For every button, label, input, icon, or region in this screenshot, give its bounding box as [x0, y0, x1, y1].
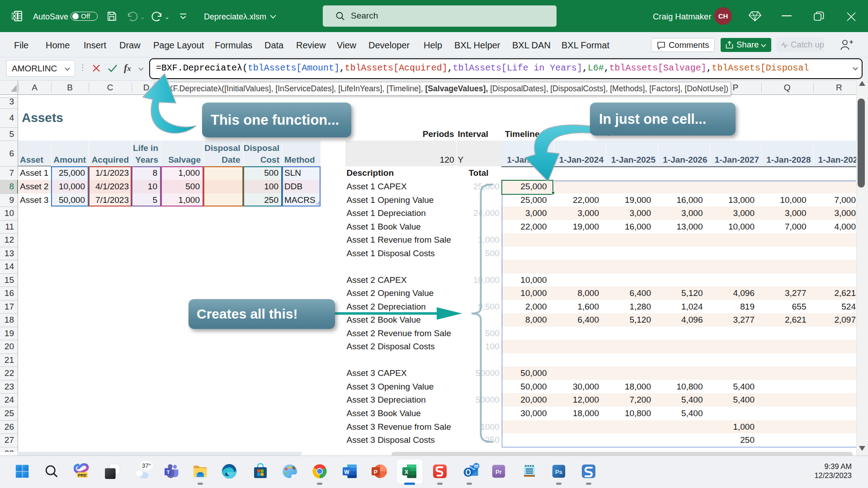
svg-text:P: P — [374, 469, 377, 475]
svg-text:Pr: Pr — [495, 469, 502, 475]
svg-text:PRE: PRE — [78, 473, 87, 478]
svg-text:Ps: Ps — [555, 469, 562, 475]
svg-text:W: W — [344, 469, 349, 475]
svg-text:T: T — [167, 469, 170, 475]
svg-text:37°: 37° — [142, 462, 151, 469]
svg-text:X: X — [405, 469, 408, 475]
